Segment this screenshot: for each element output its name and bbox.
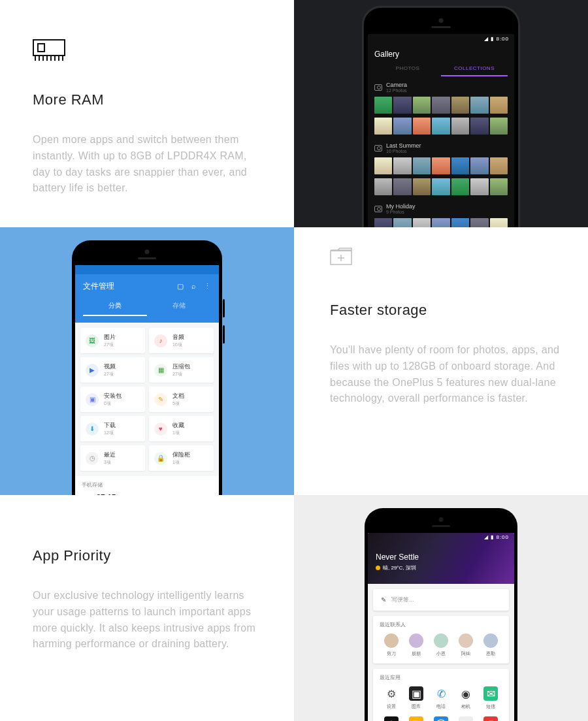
camera-icon <box>374 206 382 212</box>
contact-item[interactable]: 阿灿 <box>454 633 478 657</box>
fm-card[interactable]: ⬇ 下载12项 <box>80 416 145 441</box>
fm-card[interactable]: ♪ 音频16项 <box>149 328 214 353</box>
avatar <box>384 633 399 648</box>
fm-card[interactable]: 🖼 图片27项 <box>80 328 145 353</box>
gallery-phone-panel: ◢ ▮ 8:00 Gallery PHOTOS COLLECTIONS Came… <box>294 0 588 227</box>
app-priority-body: Our exclusive technology intelligently l… <box>33 588 261 652</box>
app-icon: ◔ <box>384 716 399 721</box>
fm-card-icon: ▶ <box>86 364 99 377</box>
avatar <box>434 633 448 648</box>
contact-item[interactable]: 小恩 <box>429 633 453 657</box>
cast-icon[interactable]: ▢ <box>177 282 184 291</box>
fm-card-icon: ▣ <box>86 393 99 406</box>
phone-mockup-shelf: ◢ ▮ 8:00 Never Settle 晴, 29°C, 深圳 ✎ 写便签.… <box>365 508 517 721</box>
app-priority-title: App Priority <box>33 547 261 564</box>
phone-mockup-gallery: ◢ ▮ 8:00 Gallery PHOTOS COLLECTIONS Came… <box>363 7 519 227</box>
fm-card[interactable]: ▦ 压缩包27项 <box>149 357 214 383</box>
avatar <box>483 633 498 648</box>
app-icon: ▮ <box>483 716 498 721</box>
fm-title: 文件管理 <box>83 281 114 292</box>
section-app-priority: App Priority Our exclusive technology in… <box>0 495 588 721</box>
ram-icon <box>33 39 65 63</box>
gallery-group[interactable]: My Holiday 9 Photos <box>368 198 514 227</box>
status-bar <box>75 265 219 274</box>
fm-tab-categories[interactable]: 分类 <box>83 301 147 316</box>
app-item[interactable]: ▣图库 <box>404 686 428 710</box>
fm-card[interactable]: ▣ 安装包0项 <box>80 387 145 412</box>
gallery-title: Gallery <box>374 50 508 59</box>
contact-item[interactable]: 朋朋 <box>404 633 428 657</box>
app-icon: ◉ <box>459 686 473 701</box>
faster-storage-body: You'll have plenty of room for photos, a… <box>330 342 562 407</box>
app-icon: ✉ <box>483 686 498 701</box>
svg-rect-1 <box>38 44 44 52</box>
pencil-icon: ✎ <box>381 596 386 603</box>
section-more-ram: More RAM Open more apps and switch betwe… <box>0 0 588 227</box>
fm-card[interactable]: ✎ 文档5项 <box>149 387 214 412</box>
app-icon: ✉ <box>459 716 473 721</box>
more-ram-body: Open more apps and switch between them i… <box>33 132 261 197</box>
app-item[interactable]: ✆电话 <box>429 686 453 710</box>
memo-input[interactable]: ✎ 写便签... <box>373 589 509 611</box>
fm-card-icon: ✎ <box>154 393 167 406</box>
app-item[interactable]: ▮一加商店 <box>479 716 502 721</box>
file-manager-phone-panel: 文件管理 ▢ ⌕ ⋮ 分类 存储 🖼 图片27项♪ 音频16项▶ 视频27项▦ … <box>0 227 294 495</box>
status-bar: ◢ ▮ 8:00 <box>368 34 514 44</box>
fm-card-icon: ♪ <box>154 334 167 347</box>
more-icon[interactable]: ⋮ <box>204 282 211 291</box>
camera-icon <box>374 145 382 152</box>
storage-summary: 手机存储 已用 97.15 GB 共 111.3 GB <box>75 476 219 495</box>
app-icon: ✆ <box>434 686 448 701</box>
fm-card-icon: 🖼 <box>86 334 99 347</box>
app-icon: ⚙ <box>384 686 399 701</box>
app-item[interactable]: ◯浏览器 <box>429 716 453 721</box>
never-settle-label: Never Settle <box>376 553 419 562</box>
phone-mockup-filemanager: 文件管理 ▢ ⌕ ⋮ 分类 存储 🖼 图片27项♪ 音频16项▶ 视频27项▦ … <box>72 240 222 495</box>
faster-storage-text: Faster storage You'll have plenty of roo… <box>294 227 588 495</box>
fm-card[interactable]: ◷ 最近3项 <box>80 445 145 471</box>
fm-card-icon: ◷ <box>86 452 99 465</box>
more-ram-text: More RAM Open more apps and switch betwe… <box>0 0 294 227</box>
gallery-group[interactable]: Last Summer 10 Photos <box>368 137 514 198</box>
contact-item[interactable]: 剪刀 <box>380 633 403 657</box>
shelf-phone-panel: ◢ ▮ 8:00 Never Settle 晴, 29°C, 深圳 ✎ 写便签.… <box>294 495 588 721</box>
camera-icon <box>374 84 382 91</box>
fm-card[interactable]: ♥ 收藏1项 <box>149 416 214 441</box>
gallery-group[interactable]: Camera 12 Photos <box>368 76 514 137</box>
fm-card[interactable]: 🔒 保险柜1项 <box>149 445 214 471</box>
app-icon: ▤ <box>409 716 423 721</box>
fm-card-icon: ♥ <box>154 423 167 436</box>
tab-collections[interactable]: COLLECTIONS <box>441 65 508 76</box>
recent-contacts-label: 最近联系人 <box>380 621 502 628</box>
app-priority-text: App Priority Our exclusive technology in… <box>0 495 294 721</box>
app-item[interactable]: ◉相机 <box>454 686 478 710</box>
app-icon: ▣ <box>409 686 423 701</box>
tab-photos[interactable]: PHOTOS <box>374 65 441 76</box>
app-item[interactable]: ▤文件管理 <box>404 716 428 721</box>
folder-add-icon <box>330 247 352 265</box>
weather-row: 晴, 29°C, 深圳 <box>376 564 416 571</box>
app-item[interactable]: ✉邮件 <box>454 716 478 721</box>
recent-apps-label: 最近应用 <box>380 674 502 681</box>
app-icon: ◯ <box>434 716 448 721</box>
section-faster-storage: 文件管理 ▢ ⌕ ⋮ 分类 存储 🖼 图片27项♪ 音频16项▶ 视频27项▦ … <box>0 227 588 495</box>
app-item[interactable]: ✉短信 <box>479 686 502 710</box>
fm-tab-storage[interactable]: 存储 <box>147 301 211 316</box>
status-bar: ◢ ▮ 8:00 <box>368 533 514 542</box>
contact-item[interactable]: 恩勤 <box>479 633 502 657</box>
avatar <box>409 633 423 648</box>
sun-icon <box>376 566 380 570</box>
fm-card[interactable]: ▶ 视频27项 <box>80 357 145 383</box>
more-ram-title: More RAM <box>33 91 261 108</box>
faster-storage-title: Faster storage <box>330 302 562 319</box>
app-item[interactable]: ◔时钟 <box>380 716 403 721</box>
app-item[interactable]: ⚙设置 <box>380 686 403 710</box>
fm-card-icon: ▦ <box>154 364 167 377</box>
search-icon[interactable]: ⌕ <box>191 282 196 291</box>
avatar <box>459 633 473 648</box>
fm-card-icon: 🔒 <box>154 452 167 465</box>
fm-card-icon: ⬇ <box>86 423 99 436</box>
